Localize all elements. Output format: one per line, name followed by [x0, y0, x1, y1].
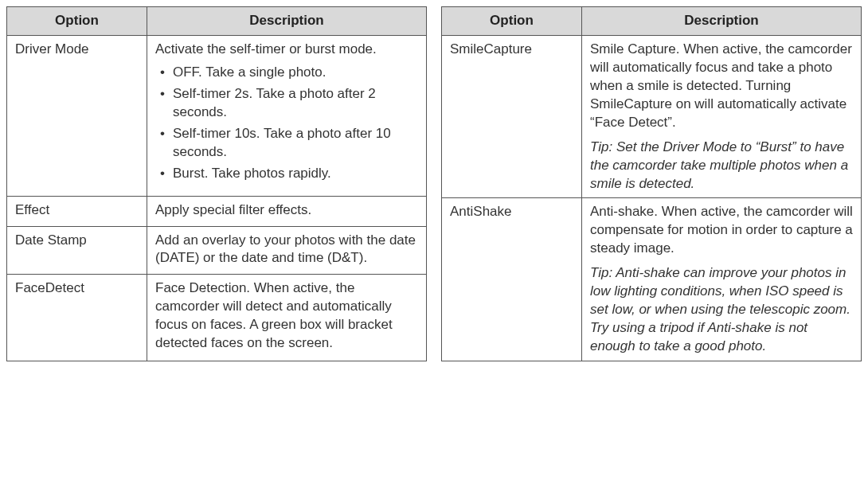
- option-name: SmileCapture: [442, 35, 582, 198]
- header-description: Description: [582, 7, 862, 36]
- option-name: AntiShake: [442, 198, 582, 361]
- table-row: FaceDetect Face Detection. When active, …: [7, 275, 427, 361]
- tip-text: Tip: Set the Driver Mode to “Burst” to h…: [590, 139, 853, 193]
- table-row: Effect Apply special filter effects.: [7, 197, 427, 226]
- list-item: Burst. Take photos rapidly.: [170, 165, 418, 183]
- table-row: Date Stamp Add an overlay to your photos…: [7, 226, 427, 275]
- option-desc: Anti-shake. When active, the camcorder w…: [582, 198, 862, 361]
- options-table-right: Option Description SmileCapture Smile Ca…: [441, 6, 862, 361]
- tip-text: Tip: Anti-shake can improve your photos …: [590, 264, 853, 356]
- table-row: AntiShake Anti-shake. When active, the c…: [442, 198, 862, 361]
- list-item: OFF. Take a single photo.: [170, 64, 418, 82]
- option-desc: Activate the self-timer or burst mode. O…: [147, 35, 427, 196]
- desc-text: Anti-shake. When active, the camcorder w…: [590, 203, 853, 258]
- table-row: Driver Mode Activate the self-timer or b…: [7, 35, 427, 196]
- header-description: Description: [147, 7, 427, 36]
- list-item: Self-timer 2s. Take a photo after 2 seco…: [170, 85, 418, 122]
- option-name: Date Stamp: [7, 226, 147, 275]
- option-desc: Add an overlay to your photos with the d…: [147, 226, 427, 275]
- desc-text: Smile Capture. When active, the camcorde…: [590, 41, 853, 132]
- bullet-list: OFF. Take a single photo. Self-timer 2s.…: [155, 64, 418, 183]
- header-option: Option: [7, 7, 147, 36]
- option-desc: Apply special filter effects.: [147, 197, 427, 226]
- option-desc: Smile Capture. When active, the camcorde…: [582, 35, 862, 198]
- options-table-left: Option Description Driver Mode Activate …: [6, 6, 427, 361]
- header-option: Option: [442, 7, 582, 36]
- option-name: Driver Mode: [7, 35, 147, 196]
- desc-text: Activate the self-timer or burst mode.: [155, 41, 418, 59]
- option-desc: Face Detection. When active, the camcord…: [147, 275, 427, 361]
- table-row: SmileCapture Smile Capture. When active,…: [442, 35, 862, 198]
- option-name: Effect: [7, 197, 147, 226]
- list-item: Self-timer 10s. Take a photo after 10 se…: [170, 125, 418, 162]
- option-name: FaceDetect: [7, 275, 147, 361]
